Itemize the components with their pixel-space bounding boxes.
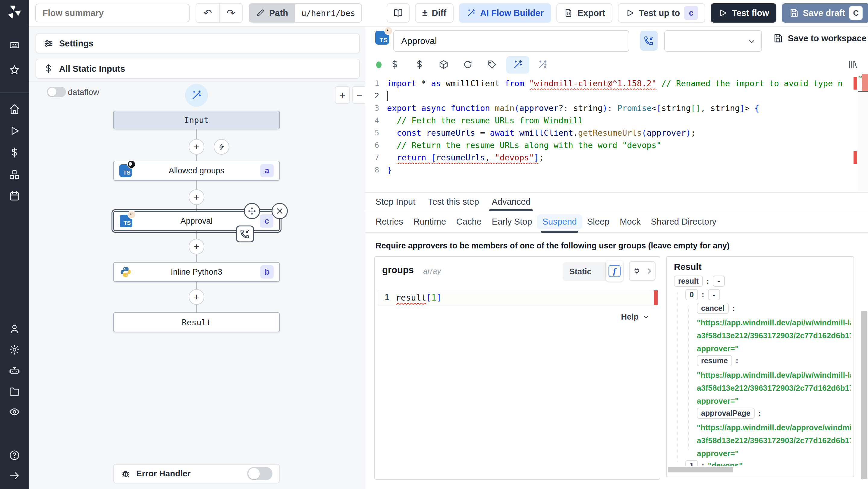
refresh-icon[interactable] bbox=[461, 58, 474, 71]
save-draft-button[interactable]: Save draft C bbox=[782, 3, 868, 23]
tag-icon[interactable] bbox=[485, 58, 498, 71]
divider bbox=[29, 82, 365, 82]
json-key[interactable]: 0 bbox=[685, 289, 698, 300]
json-key[interactable]: 1 bbox=[685, 460, 698, 466]
play-icon[interactable] bbox=[8, 124, 21, 137]
flow-node-result[interactable]: Result bbox=[113, 312, 280, 332]
json-key[interactable]: result bbox=[674, 276, 703, 287]
code-line[interactable]: 7 return [resumeUrls, "devops"]; bbox=[365, 151, 868, 164]
code-line[interactable]: 1import * as wmillClient from "windmill-… bbox=[365, 77, 868, 90]
undo-button[interactable]: ↶ bbox=[196, 4, 219, 22]
move-step-button[interactable] bbox=[244, 203, 260, 219]
result-tree-row: resume: bbox=[674, 355, 851, 366]
subtab-sleep[interactable]: Sleep bbox=[587, 211, 610, 232]
dataflow-label: dataflow bbox=[68, 87, 99, 97]
library-icon bbox=[847, 59, 858, 70]
collapse-button[interactable]: - bbox=[713, 276, 725, 287]
add-step-button[interactable]: + bbox=[189, 289, 204, 305]
add-trigger-button[interactable] bbox=[214, 139, 229, 155]
tab-advanced[interactable]: Advanced bbox=[492, 193, 530, 211]
code-line[interactable]: 8} bbox=[365, 164, 868, 176]
collapse-button[interactable]: - bbox=[708, 289, 720, 300]
help-button[interactable]: Help bbox=[621, 312, 650, 322]
json-string-value: approver=" bbox=[674, 395, 851, 407]
wand-icon[interactable] bbox=[511, 58, 524, 71]
dollar-icon[interactable] bbox=[8, 146, 21, 159]
tab-test-this-step[interactable]: Test this step bbox=[428, 193, 479, 211]
dollar-icon[interactable] bbox=[388, 58, 401, 71]
code-editor[interactable]: 1import * as wmillClient from "windmill-… bbox=[365, 74, 868, 192]
help-icon[interactable] bbox=[8, 449, 21, 462]
arrow-right-icon[interactable] bbox=[8, 469, 21, 482]
editor-minimap[interactable]: na bbox=[858, 74, 868, 192]
worker-tag-select[interactable] bbox=[664, 30, 762, 52]
subtab-retries[interactable]: Retries bbox=[375, 211, 403, 232]
result-horizontal-scrollbar[interactable] bbox=[668, 467, 733, 472]
eye-icon[interactable] bbox=[8, 405, 21, 419]
calendar-icon[interactable] bbox=[8, 189, 21, 203]
pencil-icon bbox=[256, 8, 265, 18]
windmill-logo-icon[interactable] bbox=[5, 3, 23, 21]
subtab-suspend[interactable]: Suspend bbox=[542, 211, 577, 232]
code-line[interactable]: 3export async function main(approver?: s… bbox=[365, 102, 868, 114]
folder-icon[interactable] bbox=[8, 385, 21, 398]
cubes-icon[interactable] bbox=[8, 168, 21, 182]
add-step-button[interactable]: + bbox=[189, 239, 204, 254]
add-step-button[interactable]: + bbox=[189, 139, 204, 155]
step-name-input[interactable] bbox=[393, 30, 629, 52]
code-line[interactable]: 2 bbox=[365, 90, 868, 102]
subtab-early-stop[interactable]: Early Stop bbox=[492, 211, 532, 232]
library-button[interactable] bbox=[846, 58, 859, 71]
json-key[interactable]: resume bbox=[697, 355, 732, 366]
gear-icon[interactable] bbox=[8, 343, 21, 356]
subtab-mock[interactable]: Mock bbox=[620, 211, 641, 232]
flow-settings-button[interactable]: Settings bbox=[36, 33, 360, 53]
user-icon[interactable] bbox=[8, 322, 21, 336]
star-icon[interactable] bbox=[8, 63, 21, 77]
package-icon[interactable] bbox=[437, 58, 450, 71]
ai-flow-builder-button[interactable]: AI Flow Builder bbox=[459, 3, 551, 23]
tab-step-input[interactable]: Step Input bbox=[375, 193, 415, 211]
error-handler-toggle[interactable] bbox=[247, 467, 273, 480]
window-vertical-scrollbar[interactable] bbox=[861, 311, 867, 479]
zoom-in-button[interactable]: + bbox=[335, 86, 350, 104]
json-key[interactable]: approvalPage bbox=[697, 407, 755, 419]
connect-input-button[interactable] bbox=[629, 261, 655, 281]
error-handler-card[interactable]: Error Handler bbox=[113, 464, 280, 483]
flow-node-allowed-groups[interactable]: TS Allowed groups a bbox=[113, 161, 280, 181]
zoom-out-button[interactable]: − bbox=[352, 86, 365, 104]
diff-button[interactable]: ± Diff bbox=[415, 3, 454, 23]
move-icon bbox=[247, 207, 256, 216]
javascript-expression-toggle[interactable]: f bbox=[606, 261, 623, 282]
json-key[interactable]: cancel bbox=[697, 303, 729, 314]
test-up-to-button[interactable]: Test up to c bbox=[618, 3, 705, 23]
flow-node-inline-python3[interactable]: Inline Python3 b bbox=[113, 262, 280, 282]
all-static-inputs-button[interactable]: All Static Inputs bbox=[36, 59, 360, 79]
code-line[interactable]: 5 const resumeUrls = await wmillClient.g… bbox=[365, 127, 868, 139]
redo-button[interactable]: ↷ bbox=[219, 4, 242, 22]
robot-icon[interactable] bbox=[8, 364, 21, 377]
code-line[interactable]: 4 // Fetch the resume URLs from Windmill bbox=[365, 114, 868, 127]
keyboard-icon[interactable] bbox=[8, 39, 21, 52]
add-step-button[interactable]: + bbox=[189, 189, 204, 205]
dataflow-toggle[interactable] bbox=[47, 87, 66, 97]
docs-button[interactable] bbox=[387, 3, 410, 23]
home-icon[interactable] bbox=[8, 102, 21, 116]
wand-off-icon[interactable] bbox=[536, 58, 549, 71]
flow-summary-input[interactable] bbox=[35, 4, 190, 22]
groups-expression-editor[interactable]: 1 result[1] bbox=[378, 290, 658, 305]
subtab-cache[interactable]: Cache bbox=[456, 211, 482, 232]
test-flow-button[interactable]: Test flow bbox=[711, 3, 776, 23]
subtab-runtime[interactable]: Runtime bbox=[413, 211, 446, 232]
ai-assist-button[interactable] bbox=[185, 84, 208, 107]
code-line[interactable]: 6 // Return the resume URLs along with t… bbox=[365, 139, 868, 151]
subtab-shared-directory[interactable]: Shared Directory bbox=[651, 211, 716, 232]
export-button[interactable]: Export bbox=[556, 3, 613, 23]
error-marker bbox=[854, 151, 857, 164]
dollar-icon[interactable] bbox=[413, 58, 426, 71]
path-button[interactable]: Path u/henri/bes bbox=[249, 3, 362, 23]
flow-node-input[interactable]: Input bbox=[113, 111, 280, 129]
delete-step-button[interactable] bbox=[272, 203, 288, 219]
save-to-workspace-button[interactable]: Save to workspace bbox=[773, 33, 867, 43]
suspend-phone-button[interactable] bbox=[640, 31, 658, 51]
